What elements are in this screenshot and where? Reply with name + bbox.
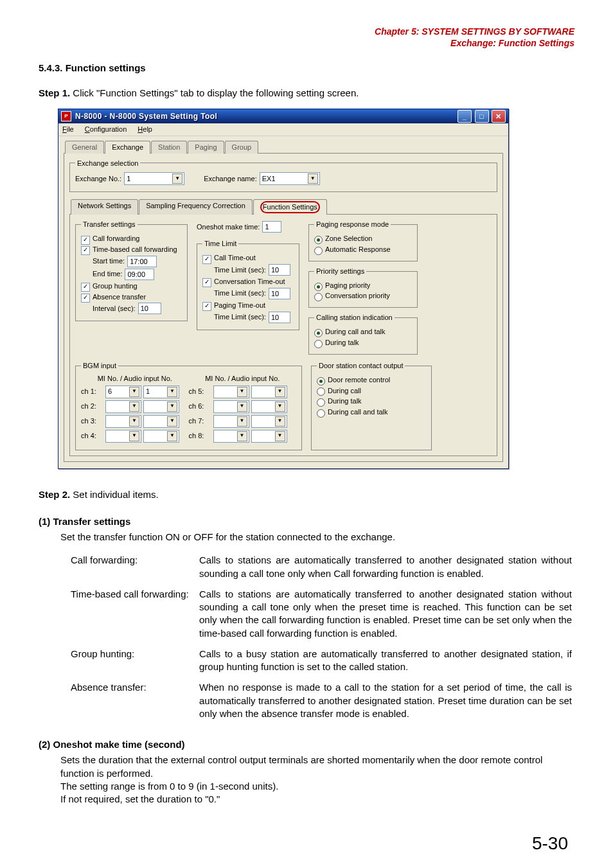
tb-def: Calls to stations are automatically tran… [199, 584, 572, 644]
chevron-down-icon: ▼ [172, 173, 182, 184]
sub-tabframe: Transfer settings ✓Call forwarding ✓Time… [69, 214, 497, 456]
step-1-label: Step 1. [39, 87, 70, 98]
step-1: Step 1. Click "Function Settings" tab to… [39, 87, 574, 100]
ch7-mi-dropdown[interactable]: ▼ [213, 415, 249, 428]
end-time-input[interactable] [125, 269, 154, 280]
exchange-no-dropdown[interactable]: 1▼ [124, 172, 184, 185]
absence-transfer-checkbox[interactable]: ✓ [81, 294, 90, 303]
zone-selection-label: Zone Selection [325, 234, 372, 244]
call-timeout-input[interactable] [269, 264, 290, 276]
ch3-ai-dropdown[interactable]: ▼ [143, 415, 179, 428]
main-tabs: General Exchange Station Paging Group [65, 140, 503, 153]
ch5-ai-dropdown[interactable]: ▼ [251, 385, 287, 398]
step-2-label: Step 2. [39, 489, 70, 500]
ch5-label: ch 5: [189, 387, 211, 396]
priority-legend: Priority settings [314, 267, 366, 276]
ch4-label: ch 4: [81, 431, 103, 441]
ch6-ai-dropdown[interactable]: ▼ [251, 400, 287, 413]
main-tabframe: Exchange selection Exchange No.: 1▼ Exch… [64, 153, 503, 462]
tab-group[interactable]: Group [225, 141, 259, 154]
exchange-name-label: Exchange name: [204, 174, 257, 184]
during-talk-radio[interactable] [314, 340, 323, 348]
paging-priority-label: Paging priority [325, 281, 370, 290]
door-remote-radio[interactable] [317, 377, 325, 385]
gh-term: Group hunting: [71, 644, 199, 678]
door-talk-radio[interactable] [317, 398, 325, 407]
door-legend: Door station contact output [317, 361, 405, 371]
ch6-mi-dropdown[interactable]: ▼ [213, 400, 249, 413]
ch1-mi-dropdown[interactable]: 6▼ [105, 385, 141, 398]
menu-file[interactable]: File [62, 125, 74, 133]
paging-timeout-label: Paging Time-out [214, 301, 265, 310]
bgm-header1: MI No. / Audio input No. [81, 374, 189, 384]
definitions-table: Call forwarding: Calls to stations are a… [71, 550, 572, 724]
exchange-name-dropdown[interactable]: EX1▼ [260, 172, 320, 185]
call-forwarding-checkbox[interactable]: ✓ [81, 236, 90, 245]
door-call-radio[interactable] [317, 387, 325, 396]
ch5-mi-dropdown[interactable]: ▼ [213, 385, 249, 398]
menu-configuration[interactable]: Configuration [85, 125, 127, 133]
time-based-checkbox[interactable]: ✓ [81, 246, 90, 255]
maximize-button[interactable]: □ [475, 110, 489, 123]
time-based-label: Time-based call forwarding [93, 245, 177, 254]
subtab-network[interactable]: Network Settings [71, 199, 138, 215]
menu-help[interactable]: Help [138, 125, 152, 133]
call-timeout-limit-label: Time Limit (sec): [214, 265, 266, 275]
conv-timeout-checkbox[interactable]: ✓ [202, 278, 211, 287]
ch1-ai-dropdown[interactable]: 1▼ [143, 385, 179, 398]
oneshot-l3: If not required, set the duration to "0.… [60, 793, 574, 806]
ch4-mi-dropdown[interactable]: ▼ [105, 430, 141, 443]
close-button[interactable]: ✕ [492, 110, 506, 123]
chapter-header: Chapter 5: SYSTEM SETTINGS BY SOFTWARE E… [39, 26, 574, 49]
minimize-button[interactable]: _ [458, 110, 472, 123]
ch8-ai-dropdown[interactable]: ▼ [251, 430, 287, 443]
paging-timeout-input[interactable] [269, 312, 290, 323]
automatic-response-radio[interactable] [314, 247, 323, 255]
ch2-ai-dropdown[interactable]: ▼ [143, 400, 179, 413]
automatic-response-label: Automatic Response [325, 245, 391, 254]
door-call-talk-radio[interactable] [317, 409, 325, 418]
exchange-selection-legend: Exchange selection [75, 159, 140, 168]
ch2-label: ch 2: [81, 402, 103, 411]
subtab-function[interactable]: Function Settings [253, 199, 327, 215]
ch7-ai-dropdown[interactable]: ▼ [251, 415, 287, 428]
at-def: When no response is made to a call to th… [199, 677, 572, 724]
cf-term: Call forwarding: [71, 550, 199, 584]
window-buttons: _ □ ✕ [457, 110, 506, 123]
chapter-line2: Exchange: Function Settings [450, 38, 574, 48]
window-title: N-8000 - N-8000 System Setting Tool [75, 111, 457, 121]
conversation-priority-radio[interactable] [314, 293, 323, 301]
interval-input[interactable] [138, 303, 161, 314]
ch4-ai-dropdown[interactable]: ▼ [143, 430, 179, 443]
exchange-no-label: Exchange No.: [75, 174, 121, 184]
tab-exchange[interactable]: Exchange [105, 141, 150, 154]
zone-selection-radio[interactable] [314, 236, 323, 244]
subtab-sampling[interactable]: Sampling Frequency Correction [139, 199, 253, 215]
chevron-down-icon: ▼ [308, 173, 318, 184]
ch3-mi-dropdown[interactable]: ▼ [105, 415, 141, 428]
tab-general[interactable]: General [65, 141, 104, 154]
start-time-input[interactable] [127, 256, 157, 267]
gh-def: Calls to a busy station are automaticall… [199, 644, 572, 678]
client-area: General Exchange Station Paging Group Ex… [58, 136, 508, 468]
section-title: 5.4.3. Function settings [39, 62, 574, 75]
conv-timeout-input[interactable] [269, 288, 290, 299]
ch2-mi-dropdown[interactable]: ▼ [105, 400, 141, 413]
paging-priority-radio[interactable] [314, 283, 323, 291]
door-talk-label: During talk [328, 396, 362, 406]
oneshot-input[interactable] [262, 221, 281, 233]
call-timeout-checkbox[interactable]: ✓ [202, 255, 211, 264]
paging-timeout-checkbox[interactable]: ✓ [202, 302, 211, 311]
during-call-talk-radio[interactable] [314, 329, 323, 337]
transfer-settings-legend: Transfer settings [81, 220, 138, 229]
call-timeout-label: Call Time-out [214, 253, 256, 263]
oneshot-label: Oneshot make time: [197, 222, 260, 232]
app-icon: P [61, 111, 71, 121]
conv-timeout-limit-label: Time Limit (sec): [214, 288, 266, 298]
time-limit-legend: Time Limit [202, 239, 238, 249]
ch8-mi-dropdown[interactable]: ▼ [213, 430, 249, 443]
tab-paging[interactable]: Paging [188, 141, 224, 154]
transfer-section-title: (1) Transfer settings [39, 515, 574, 528]
group-hunting-checkbox[interactable]: ✓ [81, 283, 90, 292]
tab-station[interactable]: Station [151, 141, 187, 154]
